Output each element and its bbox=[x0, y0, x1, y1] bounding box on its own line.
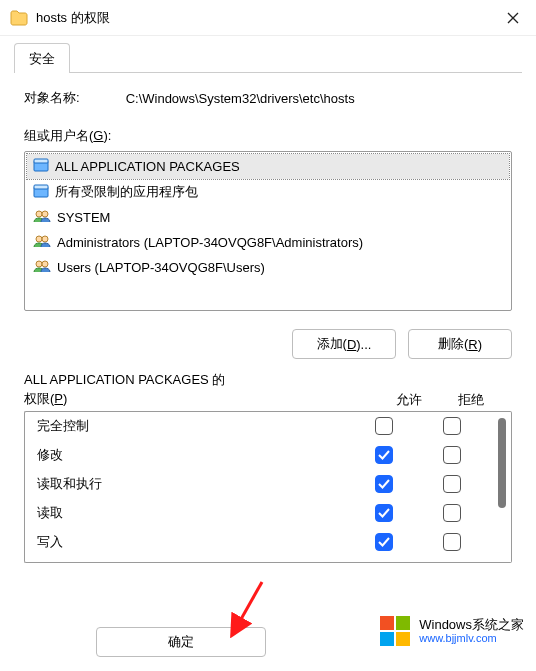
list-item[interactable]: Users (LAPTOP-34OVQG8F\Users) bbox=[27, 255, 509, 280]
permission-name: 读取 bbox=[37, 504, 344, 522]
allow-checkbox[interactable] bbox=[375, 504, 393, 522]
list-item-text: Users (LAPTOP-34OVQG8F\Users) bbox=[57, 260, 265, 275]
svg-point-5 bbox=[42, 211, 48, 217]
watermark-url: www.bjjmlv.com bbox=[419, 632, 524, 645]
windows-logo-icon bbox=[379, 615, 411, 647]
permission-row: 读取和执行 bbox=[25, 470, 492, 499]
svg-point-4 bbox=[36, 211, 42, 217]
list-item-text: Administrators (LAPTOP-34OVQG8F\Administ… bbox=[57, 235, 363, 250]
deny-checkbox[interactable] bbox=[443, 533, 461, 551]
add-button[interactable]: 添加(D)... bbox=[292, 329, 396, 359]
list-item-text: ALL APPLICATION PACKAGES bbox=[55, 159, 240, 174]
tab-security[interactable]: 安全 bbox=[14, 43, 70, 73]
allow-checkbox[interactable] bbox=[375, 475, 393, 493]
usergroup-icon bbox=[33, 234, 51, 251]
list-item[interactable]: Administrators (LAPTOP-34OVQG8F\Administ… bbox=[27, 230, 509, 255]
column-deny-header: 拒绝 bbox=[440, 391, 502, 409]
group-users-label: 组或用户名(G): bbox=[24, 127, 512, 145]
list-buttons-row: 添加(D)... 删除(R) bbox=[24, 329, 512, 359]
group-users-list[interactable]: ALL APPLICATION PACKAGES所有受限制的应用程序包SYSTE… bbox=[24, 151, 512, 311]
watermark-title: Windows系统之家 bbox=[419, 617, 524, 633]
permissions-scrollbar[interactable] bbox=[492, 411, 512, 563]
usergroup-icon bbox=[33, 259, 51, 276]
list-item[interactable]: SYSTEM bbox=[27, 205, 509, 230]
title-bar: hosts 的权限 bbox=[0, 0, 536, 36]
window-title: hosts 的权限 bbox=[36, 9, 490, 27]
deny-checkbox[interactable] bbox=[443, 504, 461, 522]
folder-icon bbox=[10, 10, 28, 26]
deny-checkbox[interactable] bbox=[443, 475, 461, 493]
svg-rect-1 bbox=[34, 159, 48, 163]
package-icon bbox=[33, 184, 49, 201]
column-allow-header: 允许 bbox=[378, 391, 440, 409]
close-icon bbox=[507, 12, 519, 24]
allow-checkbox[interactable] bbox=[375, 533, 393, 551]
object-path: C:\Windows\System32\drivers\etc\hosts bbox=[126, 91, 355, 106]
usergroup-icon bbox=[33, 209, 51, 226]
ok-button[interactable]: 确定 bbox=[96, 627, 266, 657]
deny-checkbox[interactable] bbox=[443, 417, 461, 435]
svg-rect-3 bbox=[34, 185, 48, 189]
permission-name: 完全控制 bbox=[37, 417, 344, 435]
permission-row: 写入 bbox=[25, 528, 492, 557]
permission-row: 读取 bbox=[25, 499, 492, 528]
permission-row: 完全控制 bbox=[25, 412, 492, 441]
permissions-list: 完全控制修改读取和执行读取写入 bbox=[24, 411, 492, 563]
svg-point-7 bbox=[42, 236, 48, 242]
remove-button[interactable]: 删除(R) bbox=[408, 329, 512, 359]
package-icon bbox=[33, 158, 49, 175]
list-item[interactable]: 所有受限制的应用程序包 bbox=[27, 179, 509, 205]
permission-name: 读取和执行 bbox=[37, 475, 344, 493]
list-item-text: SYSTEM bbox=[57, 210, 110, 225]
tabs: 安全 bbox=[0, 36, 536, 72]
deny-checkbox[interactable] bbox=[443, 446, 461, 464]
list-item-text: 所有受限制的应用程序包 bbox=[55, 183, 198, 201]
permissions-header: ALL APPLICATION PACKAGES 的 权限(P) bbox=[24, 371, 378, 409]
svg-point-8 bbox=[36, 261, 42, 267]
svg-point-9 bbox=[42, 261, 48, 267]
allow-checkbox[interactable] bbox=[375, 446, 393, 464]
scrollbar-thumb[interactable] bbox=[498, 418, 506, 508]
permission-name: 修改 bbox=[37, 446, 344, 464]
allow-checkbox[interactable] bbox=[375, 417, 393, 435]
close-button[interactable] bbox=[490, 0, 536, 36]
object-row: 对象名称: C:\Windows\System32\drivers\etc\ho… bbox=[24, 89, 512, 107]
watermark: Windows系统之家 www.bjjmlv.com bbox=[379, 615, 524, 647]
permission-row: 修改 bbox=[25, 441, 492, 470]
permission-name: 写入 bbox=[37, 533, 344, 551]
svg-point-6 bbox=[36, 236, 42, 242]
permissions-header-row: ALL APPLICATION PACKAGES 的 权限(P) 允许 拒绝 bbox=[24, 371, 512, 409]
list-item[interactable]: ALL APPLICATION PACKAGES bbox=[27, 154, 509, 179]
object-label: 对象名称: bbox=[24, 89, 80, 107]
